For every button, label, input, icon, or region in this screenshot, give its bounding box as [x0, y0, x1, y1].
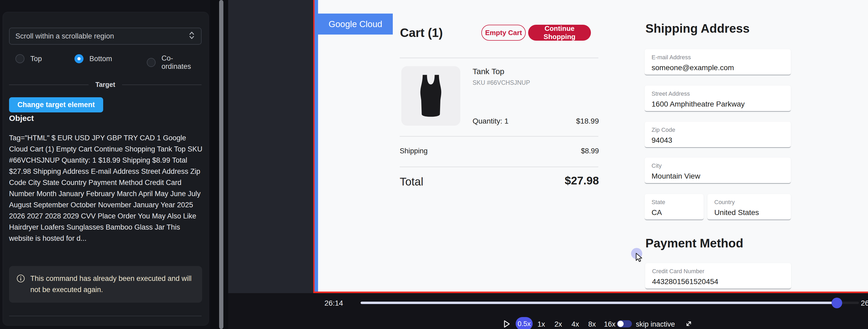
zip-code-field-value: 94043: [652, 136, 791, 144]
cart-divider: [400, 167, 598, 167]
cart-title: Cart (1): [400, 26, 443, 40]
sidebar-divider: [9, 316, 202, 316]
fullscreen-icon[interactable]: [685, 320, 693, 329]
zip-code-field[interactable]: Zip Code 94043: [645, 122, 791, 148]
country-field[interactable]: Country United States: [707, 194, 791, 220]
email-field[interactable]: E-mail Address someone@example.com: [645, 49, 791, 75]
street-address-field-label: Street Address: [652, 90, 791, 97]
zip-code-field-label: Zip Code: [652, 127, 791, 133]
object-heading: Object: [9, 114, 34, 123]
radio-bottom[interactable]: Bottom: [74, 54, 112, 63]
product-sku: SKU #66VCHSJNUP: [472, 79, 530, 86]
total-row-label: Total: [400, 175, 423, 188]
element-outline-blue-strip: [315, 0, 318, 292]
current-time: 26:14: [324, 299, 343, 307]
cart-divider: [400, 58, 598, 58]
speed-4x-button[interactable]: 4x: [571, 320, 579, 328]
speed-16x-button[interactable]: 16x: [604, 320, 616, 328]
product-quantity: Quantity: 1: [472, 117, 508, 125]
tank-top-image: [407, 70, 455, 122]
state-field[interactable]: State CA: [645, 194, 704, 220]
radio-coordinates-label: Co-ordinates: [161, 54, 202, 71]
email-field-label: E-mail Address: [652, 54, 791, 61]
speed-1x-button[interactable]: 1x: [537, 320, 545, 328]
city-field-value: Mountain View: [652, 172, 791, 180]
credit-card-number-field[interactable]: Credit Card Number 4432801561520454: [645, 263, 791, 289]
cart-divider: [400, 136, 598, 137]
country-field-label: Country: [714, 199, 791, 206]
shipping-row-label: Shipping: [400, 147, 428, 155]
credit-card-field-label: Credit Card Number: [652, 268, 791, 275]
radio-top-circle-icon: [16, 54, 25, 63]
brand-badge: Google Cloud: [318, 13, 393, 35]
product-price: $18.99: [557, 117, 599, 125]
city-field-label: City: [652, 162, 791, 169]
select-chevrons-icon: [188, 31, 195, 42]
product-name: Tank Top: [472, 67, 504, 76]
timeline-thumb[interactable]: [832, 298, 842, 308]
radio-coordinates[interactable]: Co-ordinates: [147, 54, 202, 71]
timeline-scrubber[interactable]: [361, 302, 859, 304]
skip-inactive-label: skip inactive: [636, 320, 675, 328]
target-section-label: Target: [95, 81, 116, 89]
play-button[interactable]: [503, 320, 510, 329]
divider-line: [9, 85, 89, 85]
payment-method-heading: Payment Method: [645, 236, 743, 250]
radio-bottom-circle-icon: [74, 54, 84, 63]
email-field-value: someone@example.com: [652, 64, 791, 72]
change-target-element-button[interactable]: Change target element: [9, 97, 103, 112]
divider-line: [122, 85, 202, 85]
target-section-divider: Target: [9, 81, 202, 89]
toggle-knob: [618, 321, 624, 327]
command-details-panel: Scroll within a scrollable region Top Bo…: [3, 12, 209, 326]
mouse-cursor-icon: [635, 253, 644, 264]
replayed-web-page: Google Cloud Cart (1) Empty Cart Continu…: [318, 0, 868, 292]
end-time: 26:1: [861, 299, 868, 307]
product-image: [401, 66, 460, 126]
speed-8x-button[interactable]: 8x: [588, 320, 596, 328]
command-select-value: Scroll within a scrollable region: [16, 32, 188, 40]
command-select[interactable]: Scroll within a scrollable region: [9, 28, 202, 45]
street-address-field-value: 1600 Amphitheatre Parkway: [652, 100, 791, 108]
radio-top[interactable]: Top: [16, 54, 42, 63]
state-field-value: CA: [652, 208, 704, 217]
radio-top-label: Top: [30, 55, 42, 63]
playback-bar: 26:14 26:1 0.5x 1x 2x 4x 8x 16x skip ina…: [228, 293, 868, 329]
info-icon: [17, 274, 25, 284]
credit-card-field-value: 4432801561520454: [652, 277, 791, 286]
scroll-position-radio-group: Top Bottom Co-ordinates: [9, 54, 202, 65]
state-field-label: State: [652, 199, 704, 206]
notice-text: This command has already been executed a…: [30, 273, 195, 295]
already-executed-notice: This command has already been executed a…: [9, 266, 202, 303]
pane-splitter: [210, 0, 228, 329]
replayed-page-viewport: Google Cloud Cart (1) Empty Cart Continu…: [313, 0, 868, 293]
continue-shopping-button[interactable]: Continue Shopping: [528, 25, 591, 41]
app-window: Scroll within a scrollable region Top Bo…: [0, 0, 868, 329]
shipping-row-value: $8.99: [563, 147, 599, 155]
object-description-text: Tag="HTML" $ EUR USD JPY GBP TRY CAD 1 G…: [9, 132, 203, 244]
radio-bottom-label: Bottom: [89, 55, 112, 63]
radio-coordinates-circle-icon: [147, 58, 156, 67]
street-address-field[interactable]: Street Address 1600 Amphitheatre Parkway: [645, 86, 791, 111]
session-replay-area: Google Cloud Cart (1) Empty Cart Continu…: [228, 0, 868, 329]
city-field[interactable]: City Mountain View: [645, 158, 791, 184]
total-row-value: $27.98: [539, 174, 599, 187]
empty-cart-button[interactable]: Empty Cart: [481, 25, 526, 41]
speed-0.5x-button[interactable]: 0.5x: [516, 317, 533, 329]
shipping-address-heading: Shipping Address: [645, 21, 750, 36]
pane-splitter-handle[interactable]: [219, 0, 223, 329]
timeline-progress-fill: [361, 302, 837, 304]
skip-inactive-toggle[interactable]: [617, 320, 632, 327]
brand-badge-label: Google Cloud: [329, 19, 382, 29]
country-field-value: United States: [714, 208, 791, 217]
speed-2x-button[interactable]: 2x: [555, 320, 562, 328]
